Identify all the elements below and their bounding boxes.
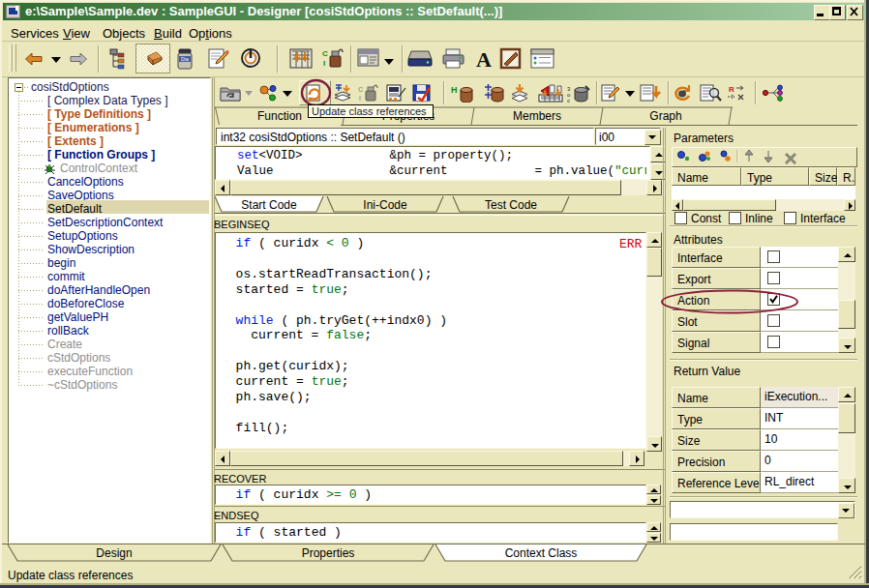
svg-text:C: C — [322, 49, 328, 58]
svg-text:I: I — [323, 59, 325, 68]
svg-text:A: A — [476, 47, 492, 72]
svg-text:C: C — [358, 86, 363, 93]
svg-text:H: H — [451, 85, 458, 95]
svg-text:R: R — [729, 85, 734, 94]
svg-text:Dta: Dta — [181, 56, 189, 62]
svg-text:I: I — [359, 95, 361, 102]
svg-text:c: c — [567, 98, 570, 103]
